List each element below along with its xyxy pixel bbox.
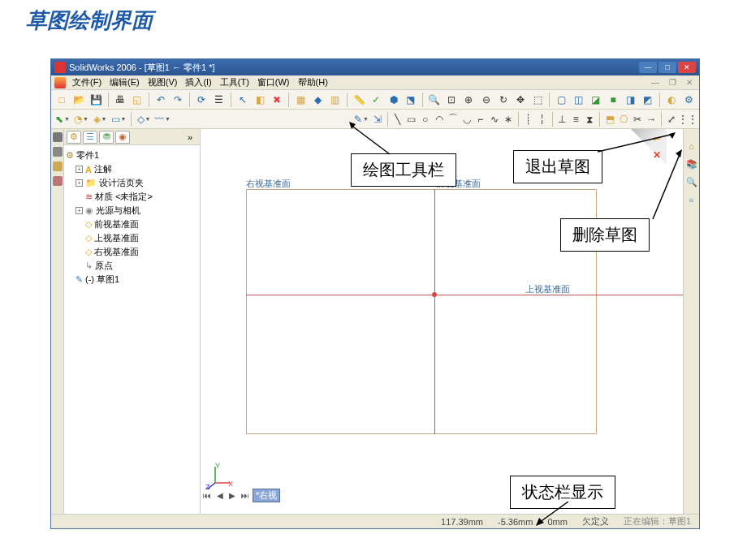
rotate-view-button[interactable]: ↻ [496,92,511,108]
tree-plane-right[interactable]: ◇右视基准面 [66,245,198,259]
shadow-button[interactable]: ◨ [623,92,637,108]
new-button[interactable]: □ [54,92,69,108]
sweep-button[interactable]: ◈▼ [92,111,108,127]
trim-button[interactable]: ✂ [632,111,643,127]
section-view-button[interactable]: ◐ [664,92,679,108]
massprop-button[interactable]: ⬢ [386,92,400,108]
zoom-area-button[interactable]: ⊡ [444,92,459,108]
select-button[interactable]: ↖ [235,92,250,108]
pattern-button[interactable]: ⋮⋮ [680,111,696,127]
arc-tangent-button[interactable]: ⌒ [447,111,459,127]
tab-nav-first[interactable]: ⏮ [201,491,214,500]
construction-button[interactable]: ╎ [537,111,548,127]
menu-insert[interactable]: 插入(I) [182,76,214,88]
tree-plane-top[interactable]: ◇上视基准面 [66,231,198,245]
spline-button[interactable]: ∿ [489,111,500,127]
menu-view[interactable]: 视图(V) [145,76,181,88]
print-button[interactable]: 🖶 [113,92,127,108]
fm-tab-render[interactable]: ◉ [115,131,130,144]
close-button[interactable]: ✕ [678,62,696,73]
convert-button[interactable]: ⬒ [604,111,615,127]
fm-tab-config[interactable]: ⛃ [99,131,114,144]
active-view-tab[interactable]: *右视 [253,489,280,502]
arc-3pt-button[interactable]: ◡ [461,111,473,127]
rail-sheet-icon[interactable] [53,176,63,186]
menu-file[interactable]: 文件(F) [69,76,105,88]
menu-edit[interactable]: 编辑(E) [106,76,143,88]
taskpane-collapse-icon[interactable]: « [686,194,697,205]
menu-tool[interactable]: 工具(T) [217,76,253,88]
tab-nav-prev[interactable]: ◀ [214,491,226,500]
mirror-button[interactable]: ⧗ [584,111,595,127]
arc-center-button[interactable]: ◠ [434,111,445,127]
tree-material[interactable]: ≋材质 <未指定> [66,190,198,204]
fm-tab-expand[interactable]: » [183,131,197,144]
maximize-button[interactable]: □ [658,62,676,73]
minimize-button[interactable]: — [639,62,657,73]
material-button[interactable]: ◆ [311,92,326,108]
texture-button[interactable]: ▥ [328,92,343,108]
taskpane-explorer-icon[interactable]: 🔍 [686,176,697,187]
tree-sketch1[interactable]: ✎(-) 草图1 [66,273,198,286]
slide-title: 草图绘制界面 [0,0,747,35]
revolve-button[interactable]: ◔▼ [73,111,89,127]
color-button[interactable]: ▦ [293,92,308,108]
tree-lights[interactable]: +◉光源与相机 [66,204,198,218]
shaded-button[interactable]: ■ [606,92,620,108]
undo-button[interactable]: ↶ [153,92,168,108]
tab-nav-last[interactable]: ⏭ [239,491,252,500]
extend-button[interactable]: → [646,111,657,127]
view-orient-button[interactable]: ⬚ [530,92,545,108]
tree-design-binder[interactable]: +📁设计活页夹 [66,176,198,190]
hidden-button[interactable]: ◫ [572,92,586,108]
fillet-button[interactable]: ⌐ [475,111,486,127]
point-button[interactable]: ∗ [503,111,514,127]
redo-button[interactable]: ↷ [171,92,185,108]
fm-tab-prop[interactable]: ☰ [83,131,97,144]
rail-surface-icon[interactable] [53,162,63,171]
zoom-out-button[interactable]: ⊖ [479,92,494,108]
print-preview-button[interactable]: ◱ [130,92,145,108]
sub-minimize-button[interactable]: — [648,78,663,87]
check-button[interactable]: ✓ [369,92,383,108]
taskpane-resources-icon[interactable]: ⌂ [686,140,697,152]
tree-origin[interactable]: ↳原点 [66,259,198,273]
tree-annotations[interactable]: +A注解 [66,162,198,176]
measure-button[interactable]: 📏 [352,92,366,108]
relation-button[interactable]: ⊥ [556,111,568,127]
tree-plane-front[interactable]: ◇前视基准面 [66,218,198,231]
options-button[interactable]: ☰ [212,92,227,108]
fm-tab-tree[interactable]: ⚙ [67,131,81,144]
loft-button[interactable]: ▭▼ [110,111,127,127]
move-button[interactable]: ⤢ [666,111,677,127]
tab-nav-next[interactable]: ▶ [227,491,238,500]
rail-sketch-icon[interactable] [53,147,63,157]
perspective-button[interactable]: ◩ [641,92,655,108]
tool2-button[interactable]: ◧ [253,92,267,108]
tree-root[interactable]: ⚙零件1 [66,149,198,162]
display-rel-button[interactable]: ≡ [570,111,581,127]
offset-button[interactable]: ⎔ [618,111,629,127]
taskpane-library-icon[interactable]: 📚 [686,158,697,170]
delete-button[interactable]: ✖ [270,92,284,108]
save-button[interactable]: 💾 [89,92,103,108]
sub-close-button[interactable]: ✕ [683,78,696,87]
zoom-in-button[interactable]: ⊕ [461,92,476,108]
rail-feature-icon[interactable] [53,132,63,142]
menu-help[interactable]: 帮助(H) [295,76,331,88]
open-button[interactable]: 📂 [71,92,86,108]
centerline-button[interactable]: ┊ [523,111,534,127]
rebuild-button[interactable]: ⟳ [194,92,209,108]
extrude-button[interactable]: ⬉▼ [54,111,71,127]
view-settings-button[interactable]: ⚙ [681,92,696,108]
refgeom-button[interactable]: ◇▼ [136,111,152,127]
sub-restore-button[interactable]: ❐ [666,78,680,87]
shaded-edge-button[interactable]: ◪ [589,92,603,108]
curves-button[interactable]: 〰▼ [154,111,171,127]
wireframe-button[interactable]: ▢ [554,92,568,108]
section-button[interactable]: ⬔ [404,92,418,108]
menu-window[interactable]: 窗口(W) [254,76,293,88]
pan-button[interactable]: ✥ [513,92,528,108]
graphics-area[interactable]: 右视基准面 前视基准面 上视基准面 Y X Z ⏮ ◀ ▶ [201,129,683,514]
zoom-fit-button[interactable]: 🔍 [427,92,442,108]
